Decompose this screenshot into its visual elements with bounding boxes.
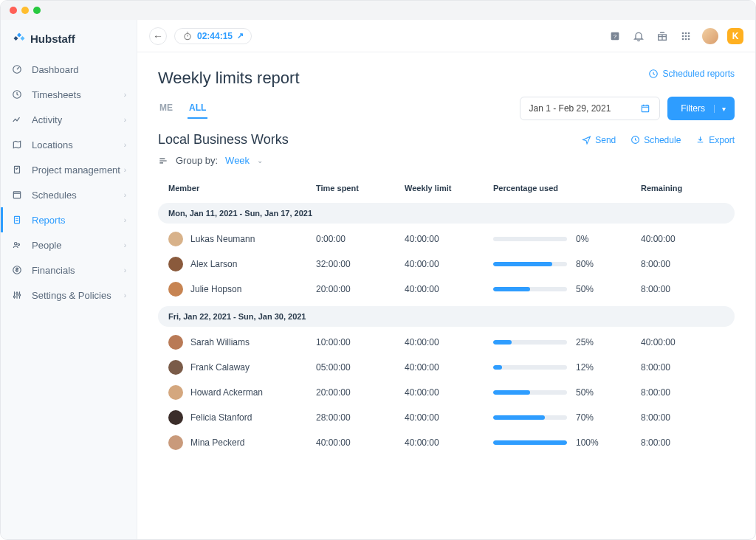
download-icon [695, 135, 705, 145]
timer-widget[interactable]: 02:44:15 ↗ [174, 28, 252, 44]
tab-all[interactable]: ALL [188, 98, 207, 119]
chevron-down-icon: ⌄ [257, 156, 263, 165]
topbar: ← 02:44:15 ↗ ? K [137, 20, 755, 52]
list-icon [158, 156, 168, 166]
member-avatar [168, 385, 183, 400]
svg-point-5 [15, 243, 18, 246]
brand-logo-icon [13, 32, 26, 45]
sidebar-item-label: People [32, 240, 61, 251]
table-row: Frank Calaway 05:00:00 40:00:00 12% 8:00… [158, 355, 735, 380]
pct-label: 0% [576, 234, 588, 244]
svg-point-9 [16, 293, 18, 294]
export-button[interactable]: Export [695, 135, 735, 145]
time-spent: 20:00:00 [316, 284, 405, 294]
filters-button[interactable]: Filters ▾ [667, 97, 735, 120]
table-row: Sarah Williams 10:00:00 40:00:00 25% 40:… [158, 330, 735, 355]
sidebar-item-dashboard[interactable]: Dashboard [1, 57, 137, 82]
clipboard-icon [11, 164, 23, 176]
sidebar-item-schedules[interactable]: Schedules › [1, 182, 137, 207]
sidebar-item-label: Settings & Policies [32, 290, 111, 301]
pct-label: 12% [576, 362, 594, 373]
member-name: Felicia Stanford [190, 412, 252, 423]
svg-point-23 [688, 38, 690, 40]
workspace-badge[interactable]: K [727, 28, 743, 44]
sidebar-item-settings[interactable]: Settings & Policies › [1, 283, 137, 308]
sidebar-item-activity[interactable]: Activity › [1, 107, 137, 132]
sidebar-item-label: Activity [32, 114, 62, 125]
weekly-limit: 40:00:00 [405, 234, 493, 244]
map-icon [11, 139, 23, 150]
chevron-right-icon: › [124, 141, 126, 149]
help-icon[interactable]: ? [608, 29, 622, 44]
weekly-limit: 40:00:00 [405, 337, 493, 347]
pct-bar [493, 440, 567, 445]
pct-label: 25% [576, 337, 594, 347]
window-max-dot[interactable] [33, 7, 41, 14]
sidebar-item-people[interactable]: People › [1, 232, 137, 257]
sidebar-item-reports[interactable]: Reports › [1, 207, 137, 232]
sidebar-item-financials[interactable]: Financials › [1, 257, 137, 283]
weekly-limit: 40:00:00 [405, 387, 493, 398]
date-range-picker[interactable]: Jan 1 - Feb 29, 2021 [520, 97, 661, 120]
sidebar-item-timesheets[interactable]: Timesheets › [1, 82, 137, 107]
svg-point-22 [685, 38, 687, 40]
member-name: Frank Calaway [190, 362, 250, 373]
table-row: Julie Hopson 20:00:00 40:00:00 50% 8:00:… [158, 277, 735, 302]
remaining: 8:00:00 [641, 437, 724, 448]
sidebar-item-label: Schedules [32, 190, 77, 201]
schedule-button[interactable]: Schedule [630, 135, 681, 145]
brand[interactable]: Hubstaff [1, 27, 137, 57]
document-icon [11, 214, 23, 226]
weekly-limits-table: Member Time spent Weekly limit Percentag… [158, 178, 735, 455]
svg-point-11 [185, 33, 190, 39]
back-button[interactable]: ← [149, 27, 167, 45]
user-avatar[interactable] [702, 28, 718, 44]
weekly-limit: 40:00:00 [405, 284, 493, 294]
sidebar: Hubstaff Dashboard Timesheets › Activity… [1, 20, 137, 539]
group-by-control[interactable]: Group by: Week ⌄ [158, 155, 735, 166]
member-avatar [168, 282, 183, 297]
clock-icon [11, 89, 23, 100]
pct-bar [493, 287, 567, 291]
send-button[interactable]: Send [582, 135, 616, 145]
member-name: Howard Ackerman [190, 387, 263, 398]
clock-arrow-icon [648, 69, 659, 79]
calendar-icon [11, 189, 23, 201]
member-avatar [168, 232, 183, 246]
chevron-down-icon: ▾ [714, 105, 726, 113]
remaining: 8:00:00 [641, 387, 724, 398]
window-min-dot[interactable] [21, 7, 29, 14]
col-weekly-limit: Weekly limit [405, 184, 493, 193]
report-tabs: ME ALL [158, 98, 207, 119]
bell-icon[interactable] [631, 29, 646, 44]
member-name: Mina Peckerd [190, 437, 244, 448]
weekly-limit: 40:00:00 [405, 362, 493, 373]
member-avatar [168, 410, 183, 425]
brand-name: Hubstaff [30, 32, 75, 45]
sidebar-item-project-management[interactable]: Project management › [1, 157, 137, 182]
weekly-limit: 40:00:00 [405, 412, 493, 423]
gift-icon[interactable] [655, 29, 670, 44]
people-icon [11, 239, 23, 251]
member-name: Julie Hopson [190, 284, 241, 294]
col-time-spent: Time spent [316, 184, 405, 193]
svg-point-17 [688, 32, 690, 34]
tab-me[interactable]: ME [158, 98, 174, 119]
pct-bar [493, 340, 567, 345]
scheduled-reports-link[interactable]: Scheduled reports [648, 69, 735, 79]
svg-rect-25 [642, 105, 649, 112]
weekly-limit: 40:00:00 [405, 259, 493, 269]
chevron-right-icon: › [124, 266, 126, 274]
svg-point-10 [18, 294, 20, 296]
window-close-dot[interactable] [10, 7, 17, 14]
pct-label: 80% [576, 259, 594, 269]
apps-icon[interactable] [678, 29, 693, 44]
pct-label: 100% [576, 437, 599, 448]
member-avatar [168, 335, 183, 350]
time-spent: 28:00:00 [316, 412, 405, 423]
clock-icon [630, 135, 640, 145]
sidebar-item-locations[interactable]: Locations › [1, 132, 137, 157]
chevron-right-icon: › [124, 116, 126, 124]
remaining: 40:00:00 [641, 337, 724, 347]
pct-bar [493, 390, 567, 395]
